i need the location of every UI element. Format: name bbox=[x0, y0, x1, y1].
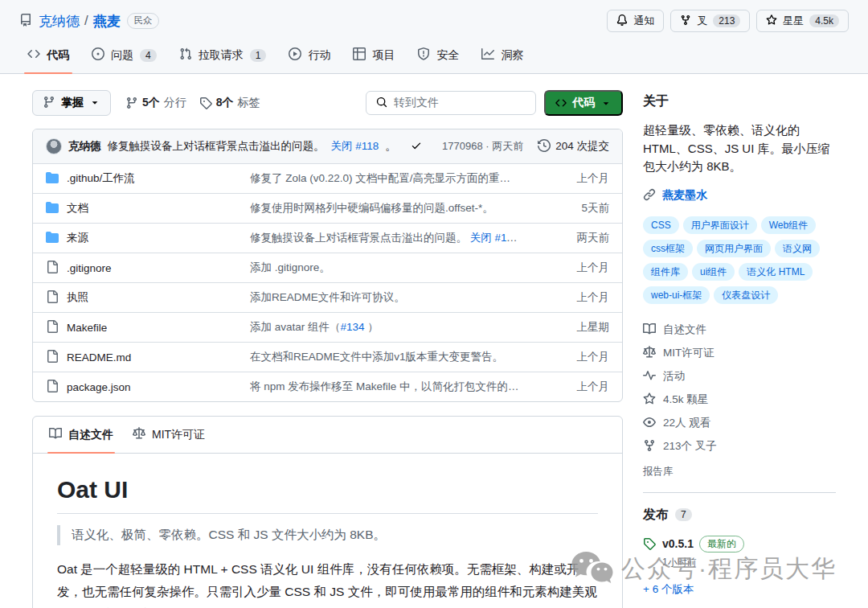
table-row: .gitignore 添加 .gitignore。 上个月 bbox=[33, 253, 622, 282]
commit-history-link[interactable]: 204 次提交 bbox=[538, 139, 609, 154]
latest-commit-bar: 克纳德 修复触摸设备上对话框背景点击溢出的问题。 关闭 #118 。 17709… bbox=[33, 129, 622, 163]
code-download-button[interactable]: 代码 bbox=[544, 90, 623, 116]
topic-pill[interactable]: 组件库 bbox=[643, 263, 688, 281]
topic-pill[interactable]: 用户界面设计 bbox=[683, 216, 757, 234]
topic-pill[interactable]: web-ui-框架 bbox=[643, 286, 710, 304]
commit-check-icon[interactable] bbox=[411, 140, 422, 154]
fork-button[interactable]: 叉 213 bbox=[670, 10, 750, 32]
tab-readme[interactable]: 自述文件 bbox=[39, 417, 123, 453]
table-row: 来源 修复触摸设备上对话框背景点击溢出的问题。 关闭 #118 。 两天前 bbox=[33, 223, 622, 253]
commit-meta: 1770968 · 两天前 204 次提交 bbox=[442, 139, 609, 154]
activity-meta-link[interactable]: 活动 bbox=[643, 365, 836, 388]
history-icon bbox=[538, 139, 551, 154]
notifications-button[interactable]: 通知 bbox=[607, 10, 664, 32]
file-commit-message[interactable]: 添加 .gitignore。 bbox=[250, 261, 532, 275]
file-name-link[interactable]: 来源 bbox=[46, 231, 250, 246]
forks-meta-link[interactable]: 213个 叉子 bbox=[643, 435, 836, 458]
latest-release[interactable]: v0.5.1 最新的 1小时前 bbox=[643, 536, 836, 569]
file-commit-message[interactable]: 添加 avatar 组件（#134 ） bbox=[250, 320, 532, 335]
tab-license[interactable]: MIT许可证 bbox=[123, 417, 215, 453]
tab-issues[interactable]: 问题 4 bbox=[80, 39, 168, 73]
issues-count-badge: 4 bbox=[140, 49, 157, 62]
watchers-meta-link[interactable]: 22人 观看 bbox=[643, 412, 836, 435]
branches-label: 分行 bbox=[164, 96, 186, 110]
readme-title: Oat UI bbox=[57, 476, 598, 514]
tag-icon bbox=[643, 537, 656, 553]
commit-message[interactable]: 修复触摸设备上对话框背景点击溢出的问题。 bbox=[108, 139, 325, 154]
file-name-link[interactable]: Makefile bbox=[46, 320, 250, 335]
branches-count: 5个 bbox=[142, 96, 160, 110]
website-link[interactable]: 燕麦墨水 bbox=[643, 188, 836, 203]
project-table-icon bbox=[353, 47, 366, 63]
topic-pill[interactable]: 仪表盘设计 bbox=[714, 286, 778, 304]
license-meta-link[interactable]: MIT许可证 bbox=[643, 342, 836, 365]
file-name-link[interactable]: README.md bbox=[46, 350, 250, 365]
file-name-link[interactable]: package.json bbox=[46, 380, 250, 395]
chevron-down-icon bbox=[600, 97, 612, 109]
about-meta-list: 自述文件 MIT许可证 活动 4.5k 颗星 22人 观看 213个 叉子 bbox=[643, 318, 836, 458]
commit-author-link[interactable]: 克纳德 bbox=[68, 139, 101, 154]
stars-meta-link[interactable]: 4.5k 颗星 bbox=[643, 388, 836, 412]
latest-badge: 最新的 bbox=[699, 536, 744, 553]
topic-pill[interactable]: 语义网 bbox=[775, 240, 820, 257]
file-commit-time: 上个月 bbox=[532, 171, 609, 186]
file-commit-message[interactable]: 添加README文件和许可协议。 bbox=[250, 290, 532, 305]
file-commit-message[interactable]: 在文档和README文件中添加v1版本重大变更警告。 bbox=[250, 350, 532, 364]
readme-content: Oat UI 语义化、极简、零依赖。CSS 和 JS 文件大小约为 8KB。 O… bbox=[33, 454, 622, 608]
file-commit-message[interactable]: 将 npm 发布操作移至 Makefile 中，以简化打包文件的路径。 bbox=[250, 380, 532, 394]
topic-pill[interactable]: 语义化 HTML bbox=[739, 263, 813, 281]
topic-pill[interactable]: css框架 bbox=[643, 240, 693, 257]
repo-name-link[interactable]: 燕麦 bbox=[93, 12, 121, 31]
tab-security[interactable]: 安全 bbox=[406, 39, 470, 73]
ref-counts: 5个 分行 8个 标签 bbox=[125, 96, 260, 110]
pulse-icon bbox=[643, 369, 656, 384]
file-commit-time: 上个月 bbox=[532, 350, 609, 364]
topic-pill[interactable]: 网页用户界面 bbox=[697, 240, 771, 257]
topic-pill[interactable]: Web组件 bbox=[761, 216, 816, 234]
tab-actions[interactable]: 行动 bbox=[277, 39, 342, 73]
fork-count-badge: 213 bbox=[713, 14, 740, 27]
topic-pill[interactable]: ui组件 bbox=[692, 263, 735, 281]
current-branch-label: 掌握 bbox=[61, 96, 84, 110]
owner-link[interactable]: 克纳德 bbox=[39, 12, 80, 31]
tab-projects[interactable]: 项目 bbox=[342, 39, 406, 73]
commit-author-avatar[interactable] bbox=[46, 138, 62, 154]
tab-code[interactable]: 代码 bbox=[16, 39, 80, 73]
tab-pulls-label: 拉取请求 bbox=[199, 48, 244, 63]
file-name-link[interactable]: 执照 bbox=[46, 290, 250, 306]
commit-hash-time[interactable]: 1770968 · 两天前 bbox=[442, 139, 523, 154]
file-commit-message[interactable]: 修复触摸设备上对话框背景点击溢出的问题。 关闭 #118 。 bbox=[250, 231, 532, 245]
file-commit-time: 上星期 bbox=[532, 320, 609, 335]
more-releases-link[interactable]: + 6 个版本 bbox=[643, 582, 694, 597]
go-to-file-input[interactable]: 转到文件 bbox=[366, 91, 536, 115]
main-column: 掌握 5个 分行 8个 标签 转到文件 bbox=[32, 74, 623, 608]
star-button[interactable]: 星星 4.5k bbox=[756, 10, 849, 32]
tab-pull-requests[interactable]: 拉取请求 1 bbox=[168, 39, 278, 73]
repo-nav-tabs: 代码 问题 4 拉取请求 1 行动 项目 安全 洞察 bbox=[13, 39, 855, 73]
file-commit-message[interactable]: 修复使用时网格列中硬编码偏移量的问题.offset-*。 bbox=[250, 201, 532, 216]
branches-link[interactable]: 5个 分行 bbox=[125, 96, 186, 110]
folder-icon bbox=[46, 171, 59, 187]
file-commit-message[interactable]: 修复了 Zola (v0.22.0) 文档中配置/高亮显示方面的重大更改。 … bbox=[250, 171, 532, 186]
release-version[interactable]: v0.5.1 bbox=[662, 537, 694, 550]
file-name-link[interactable]: .github/工作流 bbox=[46, 171, 250, 187]
file-name-link[interactable]: 文档 bbox=[46, 201, 250, 216]
report-repository-link[interactable]: 报告库 bbox=[643, 465, 674, 479]
releases-heading[interactable]: 发布 7 bbox=[643, 507, 836, 524]
breadcrumb: 克纳德 / 燕麦 bbox=[39, 12, 121, 31]
breadcrumb-separator: / bbox=[84, 13, 88, 29]
tab-insights[interactable]: 洞察 bbox=[470, 39, 534, 73]
pulls-count-badge: 1 bbox=[250, 49, 267, 62]
notifications-label: 通知 bbox=[633, 14, 654, 28]
branch-selector[interactable]: 掌握 bbox=[32, 90, 111, 116]
folder-icon bbox=[46, 231, 59, 246]
tags-link[interactable]: 8个 标签 bbox=[199, 96, 260, 110]
file-name-link[interactable]: .gitignore bbox=[46, 261, 250, 276]
commit-issue-link[interactable]: 关闭 #118 bbox=[331, 139, 379, 154]
fork-label: 叉 bbox=[697, 14, 707, 28]
search-icon bbox=[376, 97, 387, 110]
folder-icon bbox=[46, 201, 59, 216]
tab-security-label: 安全 bbox=[436, 48, 459, 63]
topic-pill[interactable]: CSS bbox=[643, 216, 679, 234]
readme-meta-link[interactable]: 自述文件 bbox=[643, 318, 836, 342]
